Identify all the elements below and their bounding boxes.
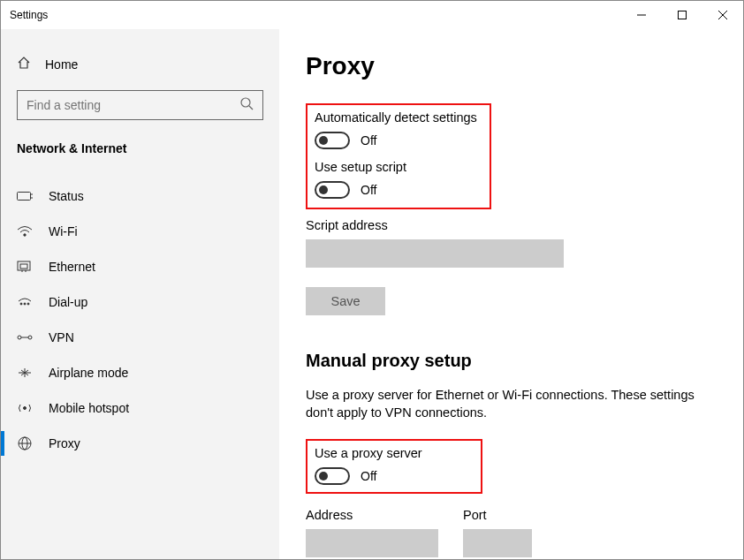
maximize-button[interactable] [662, 1, 702, 29]
sidebar-item-wifi[interactable]: Wi-Fi [1, 214, 279, 249]
sidebar-item-vpn[interactable]: VPN [1, 320, 279, 355]
use-proxy-label: Use a proxy server [315, 446, 474, 460]
sidebar-item-airplane[interactable]: Airplane mode [1, 355, 279, 390]
sidebar-item-label: Wi-Fi [49, 224, 78, 238]
sidebar-item-label: Dial-up [49, 295, 87, 309]
auto-detect-state: Off [361, 133, 376, 148]
vpn-icon [17, 331, 33, 344]
svg-point-9 [24, 234, 26, 236]
save-button[interactable]: Save [306, 287, 385, 315]
nav-list: Status Wi-Fi Ethernet [1, 178, 279, 461]
page-title: Proxy [306, 52, 717, 80]
sidebar-item-label: Status [49, 189, 84, 203]
sidebar-item-label: Mobile hotspot [49, 401, 129, 415]
status-icon [17, 190, 33, 202]
search-icon [239, 96, 254, 114]
highlight-use-proxy: Use a proxy server Off [306, 439, 482, 494]
sidebar-item-status[interactable]: Status [1, 178, 279, 214]
sidebar-item-label: Proxy [49, 436, 80, 450]
auto-detect-toggle[interactable] [315, 132, 350, 149]
proxy-icon [17, 436, 33, 450]
setup-script-state: Off [361, 183, 376, 197]
svg-point-18 [28, 336, 32, 339]
svg-rect-1 [679, 11, 687, 19]
svg-point-4 [241, 98, 250, 107]
sidebar: Home Network & Internet Status [1, 29, 279, 559]
close-button[interactable] [702, 1, 743, 29]
dialup-icon [17, 296, 33, 308]
sidebar-item-label: VPN [49, 330, 74, 344]
port-label: Port [463, 508, 532, 522]
svg-line-5 [249, 106, 253, 110]
airplane-icon [17, 367, 33, 379]
highlight-auto-proxy: Automatically detect settings Off Use se… [306, 103, 491, 209]
window-title: Settings [10, 9, 48, 21]
svg-point-17 [18, 336, 21, 339]
address-input[interactable] [306, 529, 438, 557]
sidebar-item-hotspot[interactable]: Mobile hotspot [1, 390, 279, 426]
sidebar-item-label: Airplane mode [49, 366, 128, 380]
sidebar-section-header: Network & Internet [1, 129, 279, 168]
sidebar-item-ethernet[interactable]: Ethernet [1, 249, 279, 284]
svg-rect-11 [20, 264, 27, 269]
manual-proxy-heading: Manual proxy setup [306, 351, 717, 371]
auto-detect-label: Automatically detect settings [315, 110, 482, 125]
port-input[interactable] [463, 529, 532, 557]
use-proxy-state: Off [361, 469, 376, 483]
search-box[interactable] [17, 90, 263, 120]
search-input[interactable] [27, 98, 239, 112]
home-button[interactable]: Home [1, 45, 279, 83]
ethernet-icon [17, 261, 33, 273]
minimize-button[interactable] [621, 1, 662, 29]
svg-rect-6 [18, 193, 31, 201]
sidebar-item-label: Ethernet [49, 260, 95, 274]
script-address-label: Script address [306, 218, 717, 232]
home-label: Home [45, 57, 78, 72]
hotspot-icon [17, 402, 33, 414]
main-content: Proxy Automatically detect settings Off … [279, 29, 743, 559]
svg-point-14 [20, 303, 22, 305]
sidebar-item-dialup[interactable]: Dial-up [1, 284, 279, 320]
svg-point-15 [24, 303, 26, 305]
home-icon [17, 56, 31, 72]
wifi-icon [17, 225, 33, 238]
use-proxy-toggle[interactable] [315, 467, 350, 485]
setup-script-toggle[interactable] [315, 181, 350, 199]
script-address-input[interactable] [306, 239, 564, 268]
manual-proxy-description: Use a proxy server for Ethernet or Wi-Fi… [306, 387, 695, 421]
titlebar: Settings [1, 1, 743, 29]
sidebar-item-proxy[interactable]: Proxy [1, 426, 279, 461]
setup-script-label: Use setup script [315, 160, 482, 174]
svg-point-20 [24, 407, 27, 410]
address-label: Address [306, 508, 438, 522]
svg-point-16 [27, 303, 29, 305]
